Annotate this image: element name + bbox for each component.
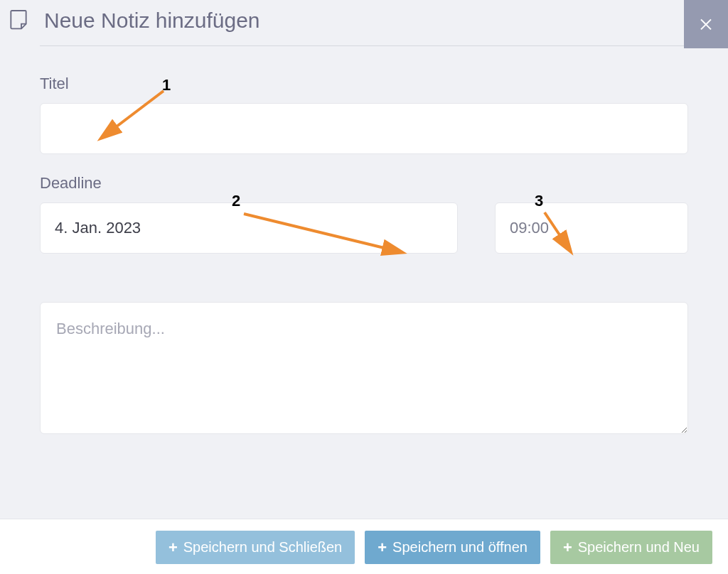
deadline-time-input[interactable]: 09:00 (495, 202, 688, 254)
form-body: Titel Deadline 4. Jan. 2023 09:00 (0, 46, 728, 437)
plus-icon: + (168, 540, 178, 556)
note-icon (7, 7, 30, 34)
deadline-date-input[interactable]: 4. Jan. 2023 (40, 202, 458, 254)
title-input[interactable] (40, 103, 688, 154)
close-icon (697, 15, 714, 34)
title-label: Titel (40, 75, 688, 93)
annotation-number-3: 3 (535, 192, 543, 210)
plus-icon: + (563, 540, 572, 556)
deadline-date-value: 4. Jan. 2023 (55, 219, 141, 237)
deadline-time-value: 09:00 (510, 219, 549, 237)
title-field-group: Titel (40, 75, 688, 154)
annotation-number-2: 2 (232, 192, 240, 210)
close-button[interactable] (684, 0, 728, 48)
add-note-modal: Neue Notiz hinzufügen Titel Deadline 4. … (0, 0, 728, 437)
deadline-field-group: Deadline 4. Jan. 2023 09:00 (40, 174, 688, 254)
annotation-number-1: 1 (162, 76, 171, 94)
save-close-label: Speichern und Schließen (183, 539, 342, 556)
deadline-row: 4. Jan. 2023 09:00 (40, 202, 688, 254)
modal-header: Neue Notiz hinzufügen (0, 0, 728, 45)
save-and-open-button[interactable]: + Speichern und öffnen (365, 531, 540, 564)
deadline-label: Deadline (40, 174, 688, 193)
modal-title: Neue Notiz hinzufügen (44, 9, 260, 33)
save-and-close-button[interactable]: + Speichern und Schließen (156, 531, 355, 564)
save-open-label: Speichern und öffnen (392, 539, 528, 556)
save-and-new-button[interactable]: + Speichern und Neu (550, 531, 712, 564)
save-new-label: Speichern und Neu (578, 539, 700, 556)
description-textarea[interactable] (40, 302, 688, 434)
modal-footer: + Speichern und Schließen + Speichern un… (0, 519, 728, 574)
plus-icon: + (378, 540, 387, 556)
